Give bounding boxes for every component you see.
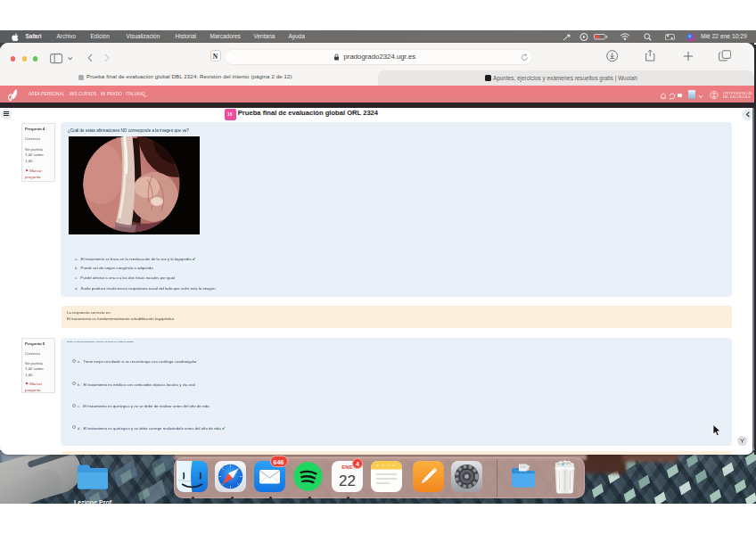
svg-text:22: 22	[339, 472, 356, 489]
svg-text:ENE: ENE	[341, 464, 352, 470]
